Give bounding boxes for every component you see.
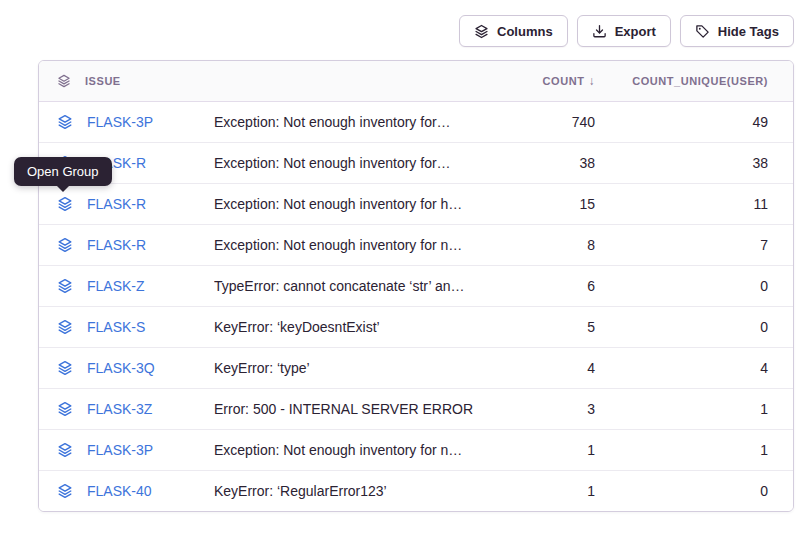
open-group-stack-icon[interactable]: [57, 442, 73, 458]
table-row: FLASK-R Exception: Not enough inventory …: [39, 224, 793, 265]
table-row: FLASK-Z TypeError: cannot concatenate ‘s…: [39, 265, 793, 306]
table-body: FLASK-3P Exception: Not enough inventory…: [39, 101, 793, 511]
hide-tags-button-label: Hide Tags: [718, 24, 779, 39]
issue-title: KeyError: ‘type’: [214, 360, 493, 376]
sort-desc-icon: ↓: [588, 74, 595, 88]
open-group-stack-icon[interactable]: [57, 483, 73, 499]
issue-link[interactable]: FLASK-3P: [87, 442, 153, 458]
issue-link[interactable]: FLASK-3Z: [87, 401, 152, 417]
table-row: FLASK-R Exception: Not enough inventory …: [39, 183, 793, 224]
export-button-label: Export: [615, 24, 656, 39]
count-unique-value: 1: [603, 429, 793, 470]
issue-link[interactable]: FLASK-R: [87, 237, 146, 253]
issue-title: KeyError: ‘RegularError123’: [214, 483, 493, 499]
count-unique-value: 49: [603, 101, 793, 142]
count-unique-value: 0: [603, 265, 793, 306]
issue-title: Exception: Not enough inventory for n…: [214, 237, 493, 253]
download-icon: [592, 24, 607, 39]
table-header-row: ISSUE COUNT↓ COUNT_UNIQUE(USER): [39, 61, 793, 101]
open-group-stack-icon[interactable]: [57, 114, 73, 130]
count-value: 4: [493, 347, 603, 388]
table-row: FLASK-3Z Error: 500 - INTERNAL SERVER ER…: [39, 388, 793, 429]
issue-title: Exception: Not enough inventory for…: [214, 114, 493, 130]
count-unique-value: 1: [603, 388, 793, 429]
open-group-stack-icon[interactable]: [57, 196, 73, 212]
open-group-stack-icon[interactable]: [57, 319, 73, 335]
count-unique-value: 0: [603, 306, 793, 347]
count-value: 6: [493, 265, 603, 306]
issue-link[interactable]: FLASK-3Q: [87, 360, 155, 376]
table-row: FLASK-S KeyError: ‘keyDoesntExist’ 5 0: [39, 306, 793, 347]
issue-title: TypeError: cannot concatenate ‘str’ an…: [214, 278, 493, 294]
table-row: FLASK-3P Exception: Not enough inventory…: [39, 101, 793, 142]
hide-tags-button[interactable]: Hide Tags: [680, 15, 794, 47]
column-header-issue[interactable]: ISSUE: [39, 61, 214, 101]
issue-link[interactable]: FLASK-R: [87, 196, 146, 212]
count-value: 8: [493, 224, 603, 265]
count-unique-value: 0: [603, 470, 793, 511]
open-group-stack-icon[interactable]: [57, 278, 73, 294]
count-value: 1: [493, 470, 603, 511]
count-value: 3: [493, 388, 603, 429]
open-group-stack-icon[interactable]: [57, 360, 73, 376]
columns-button-label: Columns: [497, 24, 553, 39]
results-table: ISSUE COUNT↓ COUNT_UNIQUE(USER) FLASK-3P: [39, 61, 793, 511]
issue-title: KeyError: ‘keyDoesntExist’: [214, 319, 493, 335]
count-value: 740: [493, 101, 603, 142]
issue-link[interactable]: FLASK-Z: [87, 278, 145, 294]
column-header-count-label: COUNT: [543, 75, 585, 87]
open-group-stack-icon[interactable]: [57, 237, 73, 253]
count-value: 15: [493, 183, 603, 224]
issue-link[interactable]: FLASK-3P: [87, 114, 153, 130]
tag-icon: [695, 24, 710, 39]
issue-title: Exception: Not enough inventory for n…: [214, 442, 493, 458]
open-group-stack-icon[interactable]: [57, 401, 73, 417]
table-row: FLASK-3P Exception: Not enough inventory…: [39, 429, 793, 470]
count-unique-value: 4: [603, 347, 793, 388]
issue-link[interactable]: FLASK-S: [87, 319, 145, 335]
table-row: FLASK-R Exception: Not enough inventory …: [39, 142, 793, 183]
count-value: 38: [493, 142, 603, 183]
stack-icon: [57, 74, 71, 88]
count-unique-value: 7: [603, 224, 793, 265]
export-button[interactable]: Export: [577, 15, 671, 47]
columns-button[interactable]: Columns: [459, 15, 568, 47]
count-unique-value: 11: [603, 183, 793, 224]
count-value: 1: [493, 429, 603, 470]
issue-title: Error: 500 - INTERNAL SERVER ERROR: [214, 401, 493, 417]
results-table-card: ISSUE COUNT↓ COUNT_UNIQUE(USER) FLASK-3P: [38, 60, 794, 512]
open-group-tooltip-label: Open Group: [27, 164, 99, 179]
toolbar: Columns Export Hide Tags: [459, 15, 794, 47]
count-value: 5: [493, 306, 603, 347]
column-header-count-unique[interactable]: COUNT_UNIQUE(USER): [603, 61, 793, 101]
columns-stack-icon: [474, 24, 489, 39]
issue-link[interactable]: FLASK-40: [87, 483, 152, 499]
table-row: FLASK-3Q KeyError: ‘type’ 4 4: [39, 347, 793, 388]
issue-title: Exception: Not enough inventory for h…: [214, 196, 493, 212]
column-header-count-unique-label: COUNT_UNIQUE(USER): [632, 75, 768, 87]
column-header-count[interactable]: COUNT↓: [493, 61, 603, 101]
count-unique-value: 38: [603, 142, 793, 183]
column-header-issue-label: ISSUE: [85, 75, 121, 87]
table-row: FLASK-40 KeyError: ‘RegularError123’ 1 0: [39, 470, 793, 511]
column-header-title: [214, 61, 493, 101]
open-group-tooltip: Open Group: [14, 157, 112, 186]
issue-title: Exception: Not enough inventory for…: [214, 155, 493, 171]
